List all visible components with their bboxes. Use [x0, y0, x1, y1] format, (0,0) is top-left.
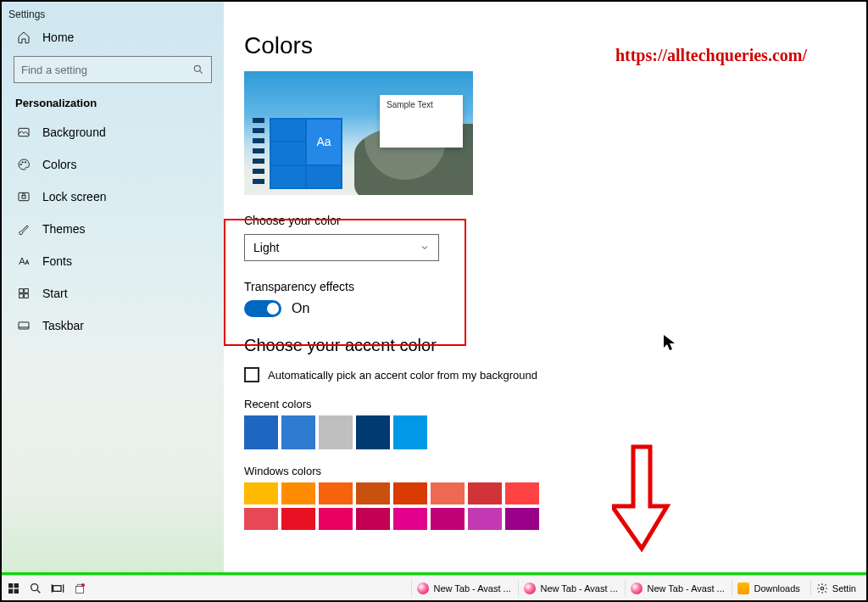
- color-swatch[interactable]: [431, 508, 465, 530]
- auto-pick-checkbox[interactable]: [244, 367, 259, 382]
- nav-label: Start: [42, 287, 68, 300]
- color-swatch[interactable]: [319, 415, 353, 449]
- search-icon[interactable]: [29, 582, 42, 595]
- color-swatch[interactable]: [356, 415, 390, 449]
- sidebar-item-themes[interactable]: Themes: [2, 213, 224, 245]
- svg-rect-6: [22, 196, 25, 198]
- start-icon[interactable]: [7, 582, 20, 595]
- taskbar-downloads-label: Downloads: [754, 583, 799, 594]
- nav-label: Themes: [42, 222, 86, 236]
- svg-rect-8: [25, 289, 29, 293]
- color-swatch[interactable]: [393, 508, 427, 530]
- taskbar-settings[interactable]: Settin: [810, 580, 861, 597]
- taskbar-tab-1[interactable]: New Tab - Avast ...: [518, 580, 620, 597]
- preview-sample-text: Sample Text: [380, 95, 463, 148]
- color-swatch[interactable]: [244, 508, 278, 530]
- choose-color-select[interactable]: Light: [244, 234, 439, 261]
- svg-rect-7: [19, 289, 24, 293]
- color-swatch[interactable]: [505, 482, 539, 504]
- choose-color-value: Light: [253, 241, 279, 254]
- sidebar-item-lockscreen[interactable]: Lock screen: [2, 181, 224, 213]
- transparency-toggle[interactable]: [244, 300, 281, 317]
- svg-rect-11: [19, 322, 29, 329]
- svg-rect-12: [8, 583, 13, 588]
- color-swatch[interactable]: [468, 508, 502, 530]
- color-swatch[interactable]: [319, 508, 353, 530]
- home-nav[interactable]: Home: [2, 22, 224, 51]
- window-title: Settings: [2, 7, 224, 22]
- annotation-arrow-down: [612, 443, 671, 553]
- taskbar-tab-label: New Tab - Avast ...: [647, 583, 724, 594]
- search-input[interactable]: Find a setting: [14, 56, 212, 83]
- color-swatch[interactable]: [393, 415, 427, 449]
- svg-rect-5: [19, 192, 29, 200]
- color-swatch[interactable]: [281, 482, 315, 504]
- color-swatch[interactable]: [393, 482, 427, 504]
- nav-label: Colors: [42, 158, 76, 171]
- home-icon: [17, 31, 31, 44]
- auto-pick-label: Automatically pick an accent color from …: [268, 369, 537, 382]
- section-label: Personalization: [2, 93, 224, 116]
- search-icon: [192, 64, 204, 75]
- store-icon[interactable]: [73, 582, 86, 595]
- svg-point-4: [25, 162, 25, 163]
- taskbar-tab-2[interactable]: New Tab - Avast ...: [625, 580, 726, 597]
- svg-rect-18: [75, 586, 83, 593]
- gear-icon: [816, 582, 828, 594]
- color-swatch[interactable]: [281, 508, 315, 530]
- nav-label: Background: [42, 125, 106, 139]
- svg-point-19: [81, 583, 85, 587]
- color-swatch[interactable]: [281, 415, 315, 449]
- nav-label: Taskbar: [42, 319, 84, 332]
- transparency-label: Transparency effects: [244, 280, 846, 293]
- nav-list: Background Colors Lock screen Themes Fon…: [2, 116, 224, 342]
- sidebar-item-background[interactable]: Background: [2, 116, 224, 148]
- browser-icon: [524, 582, 536, 594]
- nav-label: Lock screen: [42, 190, 106, 203]
- choose-color-label: Choose your color: [244, 214, 846, 227]
- accent-heading: Choose your accent color: [244, 336, 846, 355]
- brush-icon: [17, 222, 31, 236]
- settings-sidebar: Settings Home Find a setting Personaliza…: [2, 2, 224, 575]
- folder-icon: [737, 582, 749, 594]
- transparency-value: On: [292, 301, 309, 316]
- sidebar-item-taskbar[interactable]: Taskbar: [2, 309, 224, 342]
- color-swatch[interactable]: [505, 508, 539, 530]
- svg-rect-9: [19, 294, 24, 298]
- color-swatch[interactable]: [468, 482, 502, 504]
- taskbar-tab-0[interactable]: New Tab - Avast ...: [411, 580, 513, 597]
- grid-icon: [17, 287, 31, 300]
- color-swatch[interactable]: [356, 508, 390, 530]
- color-swatch[interactable]: [319, 482, 353, 504]
- svg-rect-14: [8, 588, 13, 593]
- recent-colors: [244, 415, 515, 449]
- chevron-down-icon: [420, 242, 430, 253]
- svg-rect-13: [14, 583, 19, 588]
- recent-colors-label: Recent colors: [244, 398, 846, 410]
- svg-point-0: [194, 65, 200, 71]
- taskbar-icon: [17, 319, 31, 332]
- home-label: Home: [42, 31, 74, 44]
- taskbar-downloads[interactable]: Downloads: [732, 580, 804, 597]
- sidebar-item-fonts[interactable]: Fonts: [2, 245, 224, 277]
- sidebar-item-colors[interactable]: Colors: [2, 148, 224, 181]
- settings-content: Colors Aa Sample Text Choose your color …: [224, 2, 866, 575]
- taskbar-tab-label: New Tab - Avast ...: [433, 583, 510, 594]
- color-swatch[interactable]: [244, 415, 278, 449]
- color-swatch[interactable]: [431, 482, 465, 504]
- lock-icon: [17, 190, 31, 203]
- windows-colors-label: Windows colors: [244, 465, 846, 477]
- nav-label: Fonts: [42, 254, 72, 268]
- color-swatch[interactable]: [356, 482, 390, 504]
- browser-icon: [631, 582, 643, 594]
- svg-point-16: [31, 583, 38, 590]
- cursor-icon: [663, 334, 676, 354]
- font-icon: [17, 254, 31, 268]
- taskbar-settings-label: Settin: [832, 583, 856, 594]
- sidebar-item-start[interactable]: Start: [2, 277, 224, 309]
- color-swatch[interactable]: [244, 482, 278, 504]
- task-view-icon[interactable]: [51, 582, 64, 595]
- browser-icon: [417, 582, 429, 594]
- search-placeholder: Find a setting: [21, 64, 87, 76]
- svg-point-20: [821, 587, 824, 590]
